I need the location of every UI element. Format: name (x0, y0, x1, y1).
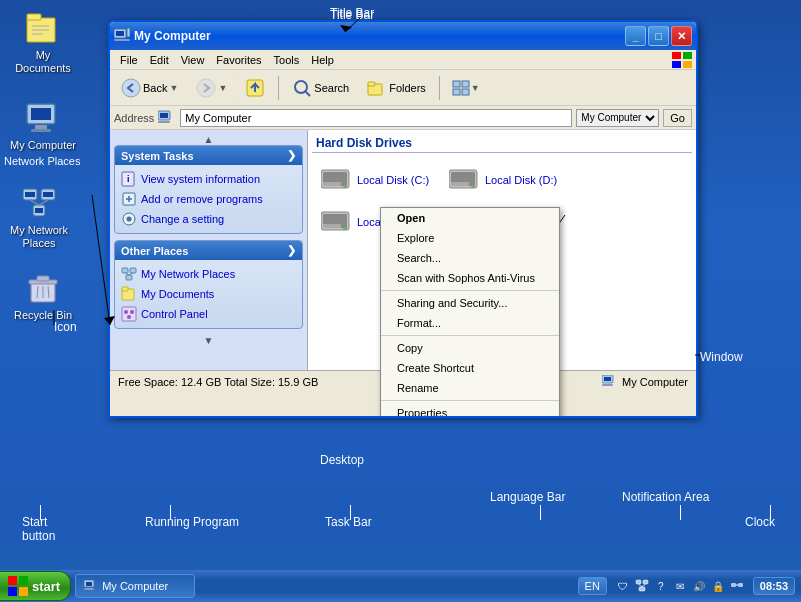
network-notif-icon[interactable] (634, 578, 650, 594)
network-icon (121, 266, 137, 282)
svg-rect-29 (672, 61, 681, 68)
up-button[interactable] (238, 74, 272, 102)
back-button[interactable]: Back ▼ (114, 74, 185, 102)
ctx-search[interactable]: Search... (381, 248, 559, 268)
clock[interactable]: 08:53 (753, 577, 795, 595)
envelope-notif-icon[interactable]: ✉ (672, 578, 688, 594)
ctx-properties[interactable]: Properties (381, 403, 559, 418)
recycle-bin-label: Recycle Bin (14, 309, 72, 322)
svg-rect-54 (130, 268, 136, 273)
menu-favorites[interactable]: Favorites (210, 52, 267, 68)
start-label: start (32, 579, 60, 594)
windows-logo-icon (8, 576, 28, 596)
svg-rect-7 (35, 125, 47, 129)
ctx-open[interactable]: Open (381, 208, 559, 228)
windows-flag-icon (672, 52, 692, 68)
window-titlebar: My Computer _ □ ✕ (110, 22, 696, 50)
annotation-notification-area-label: Notification Area (622, 490, 709, 504)
ctx-sep-3 (381, 400, 559, 401)
views-button[interactable]: ▼ (446, 74, 485, 102)
menubar: File Edit View Favorites Tools Help (110, 50, 696, 70)
scroll-down-indicator[interactable]: ▼ (114, 335, 303, 346)
speaker-notif-icon[interactable]: 🔊 (691, 578, 707, 594)
tick-start (40, 505, 41, 520)
svg-rect-93 (84, 588, 94, 590)
svg-point-61 (124, 310, 128, 314)
menu-help[interactable]: Help (305, 52, 340, 68)
desktop-icon-my-computer[interactable]: My Computer (8, 100, 78, 152)
ctx-copy[interactable]: Copy (381, 338, 559, 358)
control-panel-link[interactable]: Control Panel (121, 304, 296, 324)
my-documents-link[interactable]: My Documents (121, 284, 296, 304)
forward-button[interactable]: ▼ (189, 74, 234, 102)
svg-rect-10 (25, 192, 35, 197)
scroll-up-indicator[interactable]: ▲ (114, 134, 303, 145)
desktop-icon-recycle-bin[interactable]: Recycle Bin (8, 270, 78, 322)
annotation-clock-label: Clock (745, 515, 775, 529)
my-documents-link-label: My Documents (141, 288, 214, 300)
ctx-scan[interactable]: Scan with Sophos Anti-Virus (381, 268, 559, 288)
add-remove-programs[interactable]: Add or remove programs (121, 189, 296, 209)
ctx-rename[interactable]: Rename (381, 378, 559, 398)
svg-rect-1 (27, 14, 41, 20)
security-notif-icon[interactable]: 🔒 (710, 578, 726, 594)
folders-button[interactable]: Folders (360, 74, 433, 102)
ctx-sharing[interactable]: Sharing and Security... (381, 293, 559, 313)
drive-c[interactable]: Local Disk (C:) (316, 163, 436, 197)
menu-view[interactable]: View (175, 52, 211, 68)
address-label: Address (114, 112, 154, 124)
svg-rect-71 (451, 182, 469, 186)
ctx-create-shortcut[interactable]: Create Shortcut (381, 358, 559, 378)
network2-notif-icon[interactable] (729, 578, 745, 594)
language-bar[interactable]: EN (578, 577, 607, 595)
other-places-header[interactable]: Other Places ❯ (115, 241, 302, 260)
up-icon (245, 78, 265, 98)
view-system-info[interactable]: i View system information (121, 169, 296, 189)
search-button[interactable]: Search (285, 74, 356, 102)
svg-rect-87 (8, 576, 17, 585)
menu-tools[interactable]: Tools (268, 52, 306, 68)
other-places-section: Other Places ❯ My Networ (114, 240, 303, 329)
close-button[interactable]: ✕ (671, 26, 692, 46)
drive-d-label: Local Disk (D:) (485, 174, 557, 186)
ctx-format[interactable]: Format... (381, 313, 559, 333)
shield-notif-icon[interactable]: 🛡 (615, 578, 631, 594)
desktop-icon-my-network-places[interactable]: My Network Places (4, 185, 74, 250)
other-places-label: Other Places (121, 245, 188, 257)
desktop-icon-my-documents[interactable]: My Documents (8, 10, 78, 75)
annotation-taskbar-label: Task Bar (325, 515, 372, 529)
svg-line-98 (642, 584, 646, 587)
toolbar: Back ▼ ▼ (110, 70, 696, 106)
menu-edit[interactable]: Edit (144, 52, 175, 68)
addressbar-dropdown[interactable]: My Computer (576, 109, 659, 127)
start-button[interactable]: start (0, 571, 71, 601)
taskbar-my-computer[interactable]: My Computer (75, 574, 195, 598)
svg-rect-95 (643, 580, 648, 584)
documents-icon (121, 286, 137, 302)
minimize-button[interactable]: _ (625, 26, 646, 46)
maximize-button[interactable]: □ (648, 26, 669, 46)
go-button[interactable]: Go (663, 109, 692, 127)
address-computer-icon (158, 110, 176, 126)
change-setting[interactable]: Change a setting (121, 209, 296, 229)
system-tasks-header[interactable]: System Tasks ❯ (115, 146, 302, 165)
my-network-places-link[interactable]: My Network Places (121, 264, 296, 284)
svg-rect-41 (453, 89, 460, 95)
hard-disk-heading: Hard Disk Drives (312, 134, 692, 153)
annotation-start-button-label: Startbutton (22, 515, 55, 543)
context-menu: Open Explore Search... Scan with Sophos … (380, 207, 560, 418)
question-notif-icon[interactable]: ? (653, 578, 669, 594)
drive-e-icon (321, 208, 353, 236)
my-computer-icon (25, 100, 61, 136)
drive-d[interactable]: Local Disk (D:) (444, 163, 564, 197)
ctx-explore[interactable]: Explore (381, 228, 559, 248)
menu-file[interactable]: File (114, 52, 144, 68)
svg-rect-38 (368, 82, 375, 86)
svg-line-16 (39, 200, 48, 205)
addressbar-field[interactable]: My Computer (180, 109, 572, 127)
svg-rect-39 (453, 81, 460, 87)
addressbar-value: My Computer (185, 112, 251, 124)
svg-point-74 (343, 226, 347, 230)
status-computer-icon (602, 375, 618, 389)
tick-clock (770, 505, 771, 520)
